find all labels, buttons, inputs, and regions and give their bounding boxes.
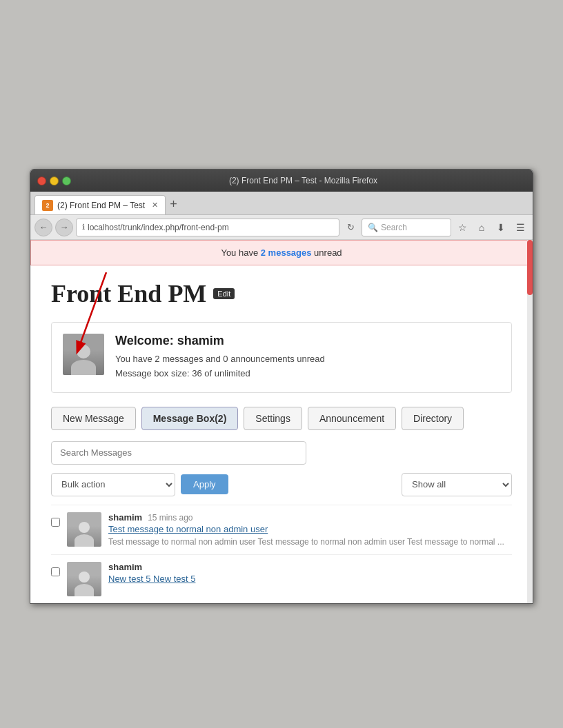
- message-item: shamim 15 mins ago Test message to norma…: [51, 505, 512, 555]
- tab-label: (2) Front End PM – Test: [57, 201, 145, 210]
- menu-icon[interactable]: ☰: [512, 219, 529, 236]
- avatar-head: [77, 345, 90, 358]
- new-message-button[interactable]: New Message: [51, 407, 136, 430]
- msg-avatar-body: [75, 584, 94, 596]
- content-area: You have 2 messages unread Front End PM …: [30, 240, 533, 603]
- window-controls: [37, 176, 71, 185]
- tab-bar: 2 (2) Front End PM – Test ✕ +: [30, 192, 533, 215]
- message-subject[interactable]: New test 5 New test 5: [108, 574, 512, 584]
- message-subject[interactable]: Test message to normal non admin user: [108, 524, 512, 534]
- minimize-window-btn[interactable]: [50, 176, 59, 185]
- close-window-btn[interactable]: [37, 176, 46, 185]
- filter-row: Bulk action Apply Show all: [51, 473, 512, 496]
- home-icon[interactable]: ⌂: [473, 219, 490, 236]
- page-header: Front End PM Edit: [30, 265, 533, 315]
- title-bar: (2) Front End PM – Test - Mozilla Firefo…: [30, 170, 533, 192]
- welcome-line1: You have 2 messages and 0 announcements …: [115, 352, 325, 367]
- maximize-window-btn[interactable]: [62, 176, 71, 185]
- download-icon[interactable]: ⬇: [493, 219, 509, 236]
- settings-button[interactable]: Settings: [244, 407, 302, 430]
- show-all-select[interactable]: Show all: [402, 473, 512, 496]
- welcome-heading: Welcome: shamim: [115, 334, 325, 348]
- message-sender: shamim: [108, 512, 142, 523]
- browser-search-placeholder: Search: [381, 223, 407, 232]
- announcement-button[interactable]: Announcement: [308, 407, 396, 430]
- new-tab-button[interactable]: +: [170, 197, 177, 214]
- message-item: shamim New test 5 New test 5: [51, 554, 512, 603]
- page-title: Front End PM: [51, 279, 206, 308]
- info-icon: ℹ: [82, 223, 85, 232]
- tab-close-icon[interactable]: ✕: [152, 201, 158, 210]
- alert-count: 2 messages: [261, 247, 312, 258]
- search-icon: 🔍: [368, 223, 378, 232]
- alert-banner: You have 2 messages unread: [30, 240, 533, 265]
- msg-avatar-head: [79, 522, 90, 533]
- bookmark-icon[interactable]: ☆: [454, 219, 471, 236]
- message-checkbox[interactable]: [51, 567, 60, 576]
- msg-avatar-head: [79, 572, 90, 583]
- action-buttons: New Message Message Box(2) Settings Anno…: [51, 407, 512, 430]
- message-sender-avatar: [67, 512, 101, 547]
- navigation-bar: ← → ℹ localhost/trunk/index.php/front-en…: [30, 215, 533, 240]
- message-list: shamim 15 mins ago Test message to norma…: [51, 505, 512, 604]
- msg-avatar-body: [75, 534, 94, 547]
- edit-button[interactable]: Edit: [213, 288, 235, 299]
- back-button[interactable]: ←: [34, 219, 52, 236]
- window-title: (2) Front End PM – Test - Mozilla Firefo…: [81, 176, 526, 185]
- bulk-action-select[interactable]: Bulk action: [51, 473, 175, 496]
- message-sender-avatar: [67, 562, 101, 596]
- message-checkbox[interactable]: [51, 518, 60, 527]
- tab-favicon: 2: [42, 200, 53, 211]
- page-header-container: Front End PM Edit: [30, 265, 533, 315]
- active-tab[interactable]: 2 (2) Front End PM – Test ✕: [34, 195, 166, 214]
- welcome-text: Welcome: shamim You have 2 messages and …: [115, 334, 325, 381]
- message-content: shamim New test 5 New test 5: [108, 562, 512, 586]
- apply-button[interactable]: Apply: [181, 474, 228, 494]
- browser-search-bar[interactable]: 🔍 Search: [362, 219, 451, 236]
- directory-button[interactable]: Directory: [402, 407, 464, 430]
- message-time: 15 mins ago: [148, 513, 192, 523]
- welcome-line2: Message box size: 36 of unlimited: [115, 367, 325, 381]
- nav-action-buttons: ☆ ⌂ ⬇ ☰: [454, 219, 529, 236]
- avatar-body: [71, 360, 96, 375]
- url-bar[interactable]: ℹ localhost/trunk/index.php/front-end-pm: [76, 219, 339, 236]
- user-avatar: [63, 334, 104, 375]
- message-preview: Test message to normal non admin user Te…: [108, 536, 512, 548]
- alert-text-before: You have: [221, 247, 260, 258]
- url-text: localhost/trunk/index.php/front-end-pm: [88, 223, 229, 232]
- message-sender: shamim: [108, 562, 142, 572]
- message-box-button[interactable]: Message Box(2): [141, 407, 239, 430]
- refresh-button[interactable]: ↻: [342, 219, 359, 236]
- search-bar-container: [51, 441, 512, 465]
- search-messages-input[interactable]: [51, 441, 306, 465]
- alert-text-after: unread: [312, 247, 342, 258]
- welcome-section: Welcome: shamim You have 2 messages and …: [51, 322, 512, 393]
- message-content: shamim 15 mins ago Test message to norma…: [108, 512, 512, 548]
- forward-button[interactable]: →: [55, 219, 73, 236]
